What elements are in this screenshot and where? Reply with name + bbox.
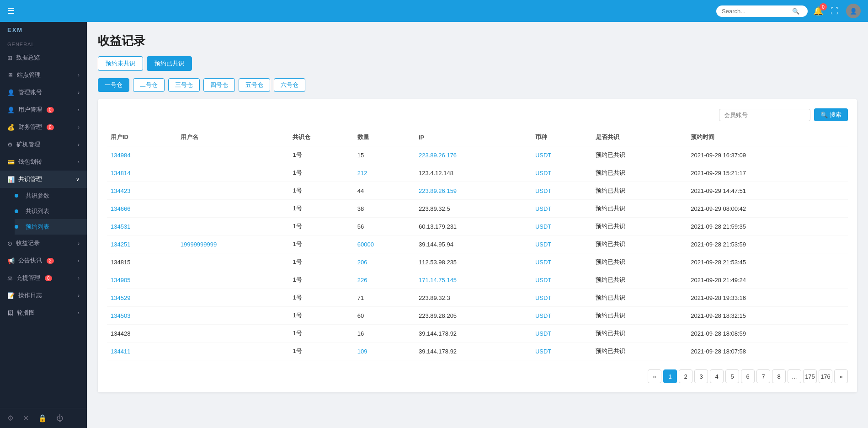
sidebar-item-finance[interactable]: 💰 财务管理 0 ›: [0, 118, 87, 136]
announcements-badge: 2: [47, 258, 54, 264]
sidebar-item-accounts[interactable]: 👤 管理账号 ›: [0, 84, 87, 101]
tab-shared[interactable]: 预约已共识: [147, 56, 192, 71]
sidebar-item-consensus-list[interactable]: 共识列表: [15, 203, 87, 219]
cell-user-id[interactable]: 134984: [107, 146, 177, 164]
cell-username: [177, 253, 289, 271]
page-3[interactable]: 3: [694, 369, 708, 383]
cell-username: [177, 182, 289, 200]
cell-warehouse: 1号: [289, 307, 353, 325]
col-quantity: 数量: [354, 128, 415, 146]
page-6[interactable]: 6: [741, 369, 755, 383]
cell-quantity: 226: [354, 271, 415, 289]
tab-group: 预约未共识 预约已共识: [98, 56, 857, 71]
wh-tab-1[interactable]: 一号仓: [98, 78, 129, 92]
cell-user-id[interactable]: 134529: [107, 289, 177, 307]
wh-tab-5[interactable]: 五号仓: [239, 78, 270, 92]
cell-ip[interactable]: 39.144.178.92: [415, 342, 532, 360]
sidebar: EXM GENERAL ⊞ 数据总览 🖥 站点管理 › 👤 管理账号 › 👤 用…: [0, 22, 87, 428]
sidebar-item-carousel[interactable]: 🖼 轮播图 ›: [0, 304, 87, 321]
cell-warehouse: 1号: [289, 235, 353, 253]
sidebar-item-recharge[interactable]: ⚖ 充提管理 0 ›: [0, 269, 87, 287]
col-username: 用户名: [177, 128, 289, 146]
cell-ip[interactable]: 223.89.26.176: [415, 146, 532, 164]
expand-icon[interactable]: ⛶: [831, 6, 839, 16]
cell-username: [177, 164, 289, 182]
cell-user-id[interactable]: 134423: [107, 182, 177, 200]
sidebar-item-consensus-params[interactable]: 共识参数: [15, 188, 87, 203]
page-2[interactable]: 2: [679, 369, 692, 383]
wh-tab-3[interactable]: 三号仓: [168, 78, 200, 92]
avatar[interactable]: 👤: [846, 4, 861, 18]
page-prev[interactable]: «: [648, 369, 661, 383]
cell-currency: USDT: [532, 235, 592, 253]
cell-user-id[interactable]: 134815: [107, 253, 177, 271]
sidebar-item-label: 矿机管理: [16, 140, 40, 149]
cell-user-id[interactable]: 134666: [107, 200, 177, 218]
search-button[interactable]: 🔍 搜索: [814, 108, 848, 121]
cell-ip[interactable]: 223.89.32.3: [415, 289, 532, 307]
cell-user-id[interactable]: 134503: [107, 307, 177, 325]
cell-currency: USDT: [532, 200, 592, 218]
sidebar-item-income[interactable]: ⊙ 收益记录 ›: [0, 235, 87, 252]
page-175[interactable]: 175: [803, 369, 817, 383]
cell-ip[interactable]: 223.89.32.5: [415, 200, 532, 218]
cell-currency: USDT: [532, 307, 592, 325]
sidebar-item-users[interactable]: 👤 用户管理 0 ›: [0, 101, 87, 118]
wh-tab-4[interactable]: 四号仓: [203, 78, 235, 92]
cell-ip[interactable]: 112.53.98.235: [415, 253, 532, 271]
page-8[interactable]: 8: [772, 369, 786, 383]
cell-ip[interactable]: 223.89.28.205: [415, 307, 532, 325]
tab-not-shared[interactable]: 预约未共识: [98, 56, 143, 71]
power-icon[interactable]: ⏻: [56, 414, 64, 423]
cell-time: 2021-09-29 14:47:51: [687, 182, 848, 200]
wh-tab-2[interactable]: 二号仓: [133, 78, 165, 92]
sidebar-item-miners[interactable]: ⚙ 矿机管理 ›: [0, 136, 87, 153]
cell-time: 2021-09-28 21:59:35: [687, 218, 848, 235]
sidebar-item-wallet[interactable]: 💳 钱包划转 ›: [0, 153, 87, 171]
cell-user-id[interactable]: 134428: [107, 325, 177, 342]
sidebar-item-dashboard[interactable]: ⊞ 数据总览: [0, 49, 87, 66]
sidebar-item-operations[interactable]: 📝 操作日志 ›: [0, 287, 87, 304]
page-176[interactable]: 176: [819, 369, 832, 383]
cell-warehouse: 1号: [289, 146, 353, 164]
chevron-icon: ›: [78, 258, 80, 263]
cell-ip[interactable]: 39.144.178.92: [415, 325, 532, 342]
sidebar-item-consensus[interactable]: 📊 共识管理 ∨: [0, 171, 87, 188]
cell-user-id[interactable]: 134905: [107, 271, 177, 289]
income-icon: ⊙: [7, 240, 12, 247]
sidebar-item-sites[interactable]: 🖥 站点管理 ›: [0, 66, 87, 84]
cell-ip[interactable]: 123.4.12.148: [415, 164, 532, 182]
page-next[interactable]: »: [834, 369, 848, 383]
cell-is-consensus: 预约已共识: [592, 307, 687, 325]
cell-ip[interactable]: 171.14.75.145: [415, 271, 532, 289]
search-input[interactable]: [722, 8, 790, 15]
page-7[interactable]: 7: [756, 369, 770, 383]
cell-currency: USDT: [532, 253, 592, 271]
sites-icon: 🖥: [7, 72, 13, 79]
page-1[interactable]: 1: [663, 369, 677, 383]
member-search-input[interactable]: [719, 109, 810, 121]
cell-warehouse: 1号: [289, 218, 353, 235]
sidebar-item-label: 管理账号: [18, 88, 42, 96]
cell-user-id[interactable]: 134814: [107, 164, 177, 182]
settings-icon[interactable]: ⚙: [7, 414, 14, 423]
cell-ip[interactable]: 223.89.26.159: [415, 182, 532, 200]
menu-icon[interactable]: ☰: [7, 6, 15, 16]
lock-icon[interactable]: 🔒: [38, 414, 47, 423]
cell-user-id[interactable]: 134251: [107, 235, 177, 253]
close-icon[interactable]: ✕: [23, 414, 29, 423]
table-row: 134905 1号 226 171.14.75.145 USDT 预约已共识 2…: [107, 271, 848, 289]
sidebar-item-reservation-list[interactable]: 预约列表: [15, 219, 87, 235]
cell-user-id[interactable]: 134531: [107, 218, 177, 235]
cell-ip[interactable]: 39.144.95.94: [415, 235, 532, 253]
cell-user-id[interactable]: 134411: [107, 342, 177, 360]
page-5[interactable]: 5: [725, 369, 739, 383]
cell-quantity: 15: [354, 146, 415, 164]
sidebar-item-label: 数据总览: [16, 54, 40, 62]
wh-tab-6[interactable]: 六号仓: [274, 78, 305, 92]
main-layout: EXM GENERAL ⊞ 数据总览 🖥 站点管理 › 👤 管理账号 › 👤 用…: [0, 22, 868, 428]
sidebar-item-announcements[interactable]: 📢 公告快讯 2 ›: [0, 252, 87, 269]
cell-ip[interactable]: 60.13.179.231: [415, 218, 532, 235]
notification-icon[interactable]: 🔔 0: [813, 6, 823, 16]
page-4[interactable]: 4: [710, 369, 724, 383]
